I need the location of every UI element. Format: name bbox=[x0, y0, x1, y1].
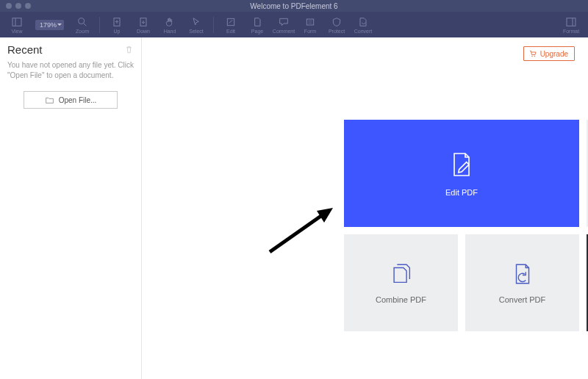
cart-icon bbox=[528, 49, 537, 58]
cursor-icon bbox=[190, 16, 202, 28]
page-tool[interactable]: Page bbox=[245, 12, 270, 37]
shield-icon bbox=[331, 16, 343, 28]
open-file-button[interactable]: Open File... bbox=[24, 91, 118, 109]
zoom-select[interactable]: 179% bbox=[35, 20, 64, 30]
titlebar: Welcome to PDFelement 6 bbox=[0, 0, 588, 12]
sidebar-title: Recent bbox=[7, 43, 43, 56]
upgrade-button[interactable]: Upgrade bbox=[523, 46, 575, 61]
view-tool[interactable]: View bbox=[4, 12, 29, 37]
tile-label: Combine PDF bbox=[376, 295, 426, 304]
toolbar: View 179% Zoom Up Down Hand Select Edit bbox=[0, 12, 588, 37]
edit-doc-icon bbox=[447, 150, 476, 179]
separator bbox=[213, 17, 214, 33]
convert-doc-icon bbox=[510, 261, 535, 286]
svg-rect-0 bbox=[12, 18, 21, 26]
page-icon bbox=[251, 16, 263, 28]
trash-icon[interactable] bbox=[124, 45, 134, 54]
svg-point-2 bbox=[79, 18, 85, 24]
form-tool[interactable]: Form bbox=[298, 12, 323, 37]
edit-tool[interactable]: Edit bbox=[218, 12, 243, 37]
combine-pdf-tile[interactable]: Combine PDF bbox=[344, 234, 458, 331]
hand-icon bbox=[164, 16, 176, 28]
comment-icon bbox=[278, 16, 290, 28]
convert-tool[interactable]: Convert bbox=[351, 12, 376, 37]
format-tool[interactable]: Format bbox=[559, 12, 584, 37]
svg-point-12 bbox=[531, 56, 533, 57]
zoom-tool[interactable]: Zoom bbox=[70, 12, 95, 37]
sidebar-icon bbox=[11, 16, 23, 28]
empty-message: You have not opened any file yet. Click … bbox=[7, 60, 134, 81]
svg-line-3 bbox=[84, 24, 86, 26]
annotation-arrow bbox=[265, 205, 336, 256]
edit-icon bbox=[225, 16, 237, 28]
combine-icon bbox=[389, 261, 414, 286]
edit-pdf-tile[interactable]: Edit PDF bbox=[344, 120, 579, 227]
main-area: Upgrade Edit PDF bbox=[142, 37, 588, 379]
up-tool[interactable]: Up bbox=[104, 12, 129, 37]
comment-tool[interactable]: Comment bbox=[271, 12, 296, 37]
window-title: Welcome to PDFelement 6 bbox=[0, 2, 588, 10]
page-up-icon bbox=[111, 16, 123, 28]
sidebar: Recent You have not opened any file yet.… bbox=[0, 37, 142, 379]
tile-grid: Edit PDF Create PDF bbox=[344, 120, 588, 331]
svg-line-21 bbox=[270, 214, 324, 252]
folder-icon bbox=[45, 95, 54, 105]
tile-label: Convert PDF bbox=[499, 295, 546, 304]
separator bbox=[99, 17, 100, 33]
panel-icon bbox=[565, 16, 577, 28]
convert-pdf-tile[interactable]: Convert PDF bbox=[465, 234, 579, 331]
select-tool[interactable]: Select bbox=[184, 12, 209, 37]
hand-tool[interactable]: Hand bbox=[157, 12, 182, 37]
form-icon bbox=[304, 16, 316, 28]
svg-rect-10 bbox=[567, 18, 576, 26]
magnifier-icon bbox=[76, 16, 88, 28]
down-tool[interactable]: Down bbox=[131, 12, 156, 37]
page-down-icon bbox=[137, 16, 149, 28]
convert-icon bbox=[357, 16, 369, 28]
svg-point-13 bbox=[534, 56, 535, 57]
svg-rect-7 bbox=[306, 19, 313, 25]
tile-label: Edit PDF bbox=[445, 188, 478, 197]
protect-tool[interactable]: Protect bbox=[324, 12, 349, 37]
